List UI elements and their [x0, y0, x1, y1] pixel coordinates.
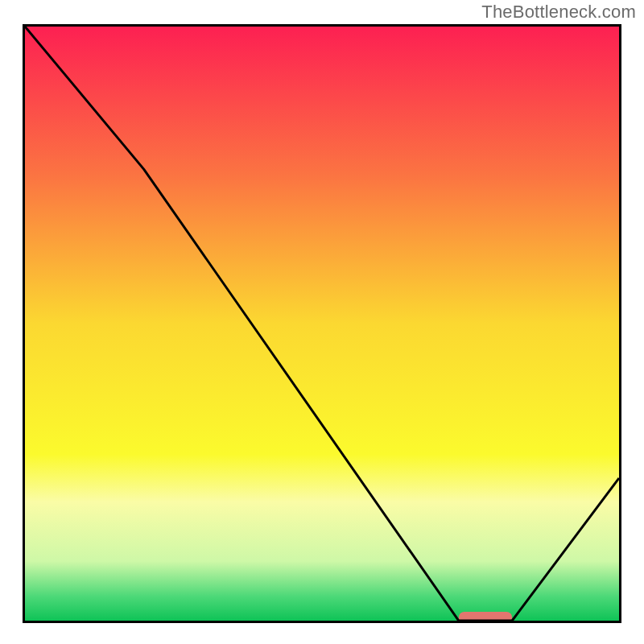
gradient-background [25, 27, 619, 621]
optimal-zone-marker [459, 612, 512, 621]
plot-area [23, 24, 621, 623]
chart-container: TheBottleneck.com [0, 0, 644, 644]
attribution-text: TheBottleneck.com [481, 2, 636, 23]
chart-svg [25, 27, 619, 621]
svg-rect-0 [459, 612, 512, 621]
